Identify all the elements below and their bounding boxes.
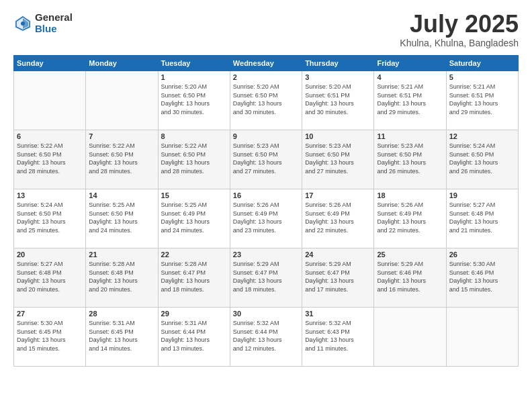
location-title: Khulna, Khulna, Bangladesh — [400, 38, 519, 48]
table-row: 18Sunrise: 5:26 AM Sunset: 6:49 PM Dayli… — [374, 189, 446, 248]
col-sunday: Sunday — [14, 56, 86, 71]
day-info: Sunrise: 5:21 AM Sunset: 6:51 PM Dayligh… — [377, 83, 443, 116]
table-row: 25Sunrise: 5:29 AM Sunset: 6:46 PM Dayli… — [374, 248, 446, 308]
day-number: 3 — [305, 73, 371, 81]
table-row: 4Sunrise: 5:21 AM Sunset: 6:51 PM Daylig… — [374, 71, 446, 130]
logo-general: General — [35, 12, 73, 24]
table-row — [86, 71, 158, 130]
day-number: 9 — [233, 132, 299, 140]
table-row: 5Sunrise: 5:21 AM Sunset: 6:51 PM Daylig… — [446, 71, 518, 130]
day-info: Sunrise: 5:23 AM Sunset: 6:50 PM Dayligh… — [233, 142, 299, 175]
header: General Blue July 2025 Khulna, Khulna, B… — [13, 12, 519, 48]
logo: General Blue — [13, 12, 73, 34]
col-saturday: Saturday — [446, 56, 518, 71]
col-wednesday: Wednesday — [230, 56, 302, 71]
logo-icon — [13, 14, 32, 33]
table-row: 6Sunrise: 5:22 AM Sunset: 6:50 PM Daylig… — [14, 130, 86, 189]
table-row: 29Sunrise: 5:31 AM Sunset: 6:44 PM Dayli… — [158, 308, 230, 367]
table-row: 9Sunrise: 5:23 AM Sunset: 6:50 PM Daylig… — [230, 130, 302, 189]
day-info: Sunrise: 5:29 AM Sunset: 6:47 PM Dayligh… — [305, 260, 371, 293]
table-row: 11Sunrise: 5:23 AM Sunset: 6:50 PM Dayli… — [374, 130, 446, 189]
day-number: 22 — [161, 250, 227, 259]
table-row — [374, 308, 446, 367]
day-info: Sunrise: 5:32 AM Sunset: 6:44 PM Dayligh… — [233, 319, 299, 353]
table-row: 8Sunrise: 5:22 AM Sunset: 6:50 PM Daylig… — [158, 130, 230, 189]
day-info: Sunrise: 5:31 AM Sunset: 6:45 PM Dayligh… — [89, 319, 154, 353]
day-info: Sunrise: 5:25 AM Sunset: 6:50 PM Dayligh… — [89, 201, 154, 234]
day-info: Sunrise: 5:28 AM Sunset: 6:48 PM Dayligh… — [89, 260, 154, 293]
day-number: 13 — [17, 191, 83, 199]
calendar-week-row: 6Sunrise: 5:22 AM Sunset: 6:50 PM Daylig… — [14, 130, 519, 189]
col-monday: Monday — [86, 56, 158, 71]
day-number: 5 — [449, 73, 515, 81]
day-info: Sunrise: 5:24 AM Sunset: 6:50 PM Dayligh… — [449, 142, 515, 175]
day-info: Sunrise: 5:30 AM Sunset: 6:45 PM Dayligh… — [17, 319, 83, 353]
table-row: 31Sunrise: 5:32 AM Sunset: 6:43 PM Dayli… — [302, 308, 374, 367]
page: General Blue July 2025 Khulna, Khulna, B… — [0, 0, 532, 411]
col-friday: Friday — [374, 56, 446, 71]
day-number: 2 — [233, 73, 299, 81]
col-thursday: Thursday — [302, 56, 374, 71]
day-number: 29 — [161, 310, 227, 318]
calendar-week-row: 13Sunrise: 5:24 AM Sunset: 6:50 PM Dayli… — [14, 189, 519, 248]
day-info: Sunrise: 5:20 AM Sunset: 6:50 PM Dayligh… — [161, 83, 227, 116]
table-row: 24Sunrise: 5:29 AM Sunset: 6:47 PM Dayli… — [302, 248, 374, 308]
day-number: 1 — [161, 73, 227, 81]
day-number: 12 — [449, 132, 515, 140]
day-info: Sunrise: 5:23 AM Sunset: 6:50 PM Dayligh… — [377, 142, 443, 175]
day-number: 21 — [89, 250, 154, 259]
day-info: Sunrise: 5:32 AM Sunset: 6:43 PM Dayligh… — [305, 319, 371, 353]
table-row: 12Sunrise: 5:24 AM Sunset: 6:50 PM Dayli… — [446, 130, 518, 189]
table-row: 10Sunrise: 5:23 AM Sunset: 6:50 PM Dayli… — [302, 130, 374, 189]
table-row: 1Sunrise: 5:20 AM Sunset: 6:50 PM Daylig… — [158, 71, 230, 130]
day-number: 4 — [377, 73, 443, 81]
table-row: 23Sunrise: 5:29 AM Sunset: 6:47 PM Dayli… — [230, 248, 302, 308]
day-info: Sunrise: 5:22 AM Sunset: 6:50 PM Dayligh… — [161, 142, 227, 175]
table-row: 30Sunrise: 5:32 AM Sunset: 6:44 PM Dayli… — [230, 308, 302, 367]
table-row: 13Sunrise: 5:24 AM Sunset: 6:50 PM Dayli… — [14, 189, 86, 248]
table-row — [446, 308, 518, 367]
day-number: 16 — [233, 191, 299, 199]
calendar-week-row: 1Sunrise: 5:20 AM Sunset: 6:50 PM Daylig… — [14, 71, 519, 130]
calendar-table: Sunday Monday Tuesday Wednesday Thursday… — [13, 55, 519, 367]
calendar-header-row: Sunday Monday Tuesday Wednesday Thursday… — [14, 56, 519, 71]
table-row: 22Sunrise: 5:28 AM Sunset: 6:47 PM Dayli… — [158, 248, 230, 308]
day-number: 8 — [161, 132, 227, 140]
table-row — [14, 71, 86, 130]
day-number: 20 — [17, 250, 83, 259]
month-title: July 2025 — [400, 12, 519, 36]
day-info: Sunrise: 5:29 AM Sunset: 6:47 PM Dayligh… — [233, 260, 299, 293]
day-number: 26 — [449, 250, 515, 259]
day-number: 25 — [377, 250, 443, 259]
day-info: Sunrise: 5:27 AM Sunset: 6:48 PM Dayligh… — [17, 260, 83, 293]
day-info: Sunrise: 5:31 AM Sunset: 6:44 PM Dayligh… — [161, 319, 227, 353]
title-block: July 2025 Khulna, Khulna, Bangladesh — [400, 12, 519, 48]
day-number: 23 — [233, 250, 299, 259]
svg-point-2 — [21, 21, 25, 26]
day-info: Sunrise: 5:20 AM Sunset: 6:50 PM Dayligh… — [233, 83, 299, 116]
table-row: 20Sunrise: 5:27 AM Sunset: 6:48 PM Dayli… — [14, 248, 86, 308]
table-row: 15Sunrise: 5:25 AM Sunset: 6:49 PM Dayli… — [158, 189, 230, 248]
day-info: Sunrise: 5:22 AM Sunset: 6:50 PM Dayligh… — [17, 142, 83, 175]
calendar-week-row: 27Sunrise: 5:30 AM Sunset: 6:45 PM Dayli… — [14, 308, 519, 367]
day-number: 17 — [305, 191, 371, 199]
day-number: 14 — [89, 191, 154, 199]
table-row: 2Sunrise: 5:20 AM Sunset: 6:50 PM Daylig… — [230, 71, 302, 130]
table-row: 21Sunrise: 5:28 AM Sunset: 6:48 PM Dayli… — [86, 248, 158, 308]
logo-blue: Blue — [35, 24, 73, 35]
day-number: 11 — [377, 132, 443, 140]
table-row: 14Sunrise: 5:25 AM Sunset: 6:50 PM Dayli… — [86, 189, 158, 248]
day-number: 7 — [89, 132, 154, 140]
day-info: Sunrise: 5:28 AM Sunset: 6:47 PM Dayligh… — [161, 260, 227, 293]
day-info: Sunrise: 5:21 AM Sunset: 6:51 PM Dayligh… — [449, 83, 515, 116]
day-number: 18 — [377, 191, 443, 199]
table-row: 16Sunrise: 5:26 AM Sunset: 6:49 PM Dayli… — [230, 189, 302, 248]
table-row: 3Sunrise: 5:20 AM Sunset: 6:51 PM Daylig… — [302, 71, 374, 130]
day-info: Sunrise: 5:23 AM Sunset: 6:50 PM Dayligh… — [305, 142, 371, 175]
day-number: 30 — [233, 310, 299, 318]
day-number: 19 — [449, 191, 515, 199]
day-info: Sunrise: 5:27 AM Sunset: 6:48 PM Dayligh… — [449, 201, 515, 234]
day-number: 6 — [17, 132, 83, 140]
table-row: 28Sunrise: 5:31 AM Sunset: 6:45 PM Dayli… — [86, 308, 158, 367]
day-info: Sunrise: 5:26 AM Sunset: 6:49 PM Dayligh… — [233, 201, 299, 234]
